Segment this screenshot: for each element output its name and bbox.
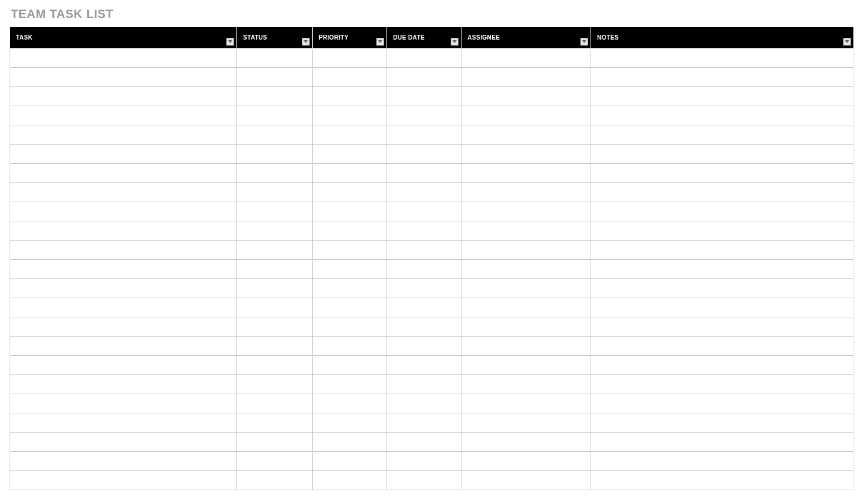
- cell-assignee[interactable]: [462, 164, 591, 183]
- cell-status[interactable]: [237, 413, 313, 433]
- cell-task[interactable]: [10, 221, 237, 241]
- cell-notes[interactable]: [591, 279, 853, 298]
- cell-assignee[interactable]: [462, 413, 591, 433]
- cell-assignee[interactable]: [462, 202, 591, 221]
- cell-duedate[interactable]: [387, 164, 462, 183]
- cell-notes[interactable]: [591, 433, 853, 452]
- cell-notes[interactable]: [591, 241, 853, 260]
- cell-status[interactable]: [237, 260, 313, 279]
- cell-assignee[interactable]: [462, 337, 591, 356]
- filter-dropdown-icon[interactable]: [843, 38, 851, 46]
- cell-status[interactable]: [237, 298, 313, 317]
- cell-assignee[interactable]: [462, 241, 591, 260]
- cell-task[interactable]: [10, 413, 237, 433]
- cell-priority[interactable]: [313, 164, 387, 183]
- cell-task[interactable]: [10, 452, 237, 471]
- cell-priority[interactable]: [313, 68, 387, 87]
- cell-status[interactable]: [237, 394, 313, 413]
- column-header-status[interactable]: STATUS: [237, 27, 313, 49]
- cell-duedate[interactable]: [387, 279, 462, 298]
- cell-notes[interactable]: [591, 145, 853, 164]
- cell-notes[interactable]: [591, 202, 853, 221]
- column-header-task[interactable]: TASK: [10, 27, 237, 49]
- cell-priority[interactable]: [313, 317, 387, 337]
- cell-duedate[interactable]: [387, 413, 462, 433]
- column-header-assignee[interactable]: ASSIGNEE: [462, 27, 591, 49]
- cell-notes[interactable]: [591, 394, 853, 413]
- cell-task[interactable]: [10, 125, 237, 145]
- cell-status[interactable]: [237, 241, 313, 260]
- cell-duedate[interactable]: [387, 125, 462, 145]
- cell-status[interactable]: [237, 68, 313, 87]
- cell-priority[interactable]: [313, 452, 387, 471]
- cell-duedate[interactable]: [387, 298, 462, 317]
- cell-notes[interactable]: [591, 471, 853, 490]
- cell-priority[interactable]: [313, 471, 387, 490]
- cell-notes[interactable]: [591, 49, 853, 68]
- cell-assignee[interactable]: [462, 394, 591, 413]
- cell-priority[interactable]: [313, 375, 387, 394]
- cell-priority[interactable]: [313, 87, 387, 106]
- cell-status[interactable]: [237, 183, 313, 202]
- cell-task[interactable]: [10, 183, 237, 202]
- cell-notes[interactable]: [591, 337, 853, 356]
- cell-duedate[interactable]: [387, 68, 462, 87]
- cell-task[interactable]: [10, 164, 237, 183]
- cell-assignee[interactable]: [462, 375, 591, 394]
- cell-priority[interactable]: [313, 145, 387, 164]
- cell-priority[interactable]: [313, 356, 387, 375]
- cell-task[interactable]: [10, 68, 237, 87]
- cell-status[interactable]: [237, 279, 313, 298]
- cell-assignee[interactable]: [462, 87, 591, 106]
- cell-task[interactable]: [10, 145, 237, 164]
- cell-duedate[interactable]: [387, 241, 462, 260]
- cell-status[interactable]: [237, 125, 313, 145]
- cell-task[interactable]: [10, 49, 237, 68]
- cell-assignee[interactable]: [462, 106, 591, 125]
- cell-duedate[interactable]: [387, 337, 462, 356]
- cell-duedate[interactable]: [387, 49, 462, 68]
- cell-priority[interactable]: [313, 394, 387, 413]
- cell-priority[interactable]: [313, 183, 387, 202]
- cell-notes[interactable]: [591, 125, 853, 145]
- cell-status[interactable]: [237, 87, 313, 106]
- cell-task[interactable]: [10, 337, 237, 356]
- cell-duedate[interactable]: [387, 106, 462, 125]
- cell-assignee[interactable]: [462, 145, 591, 164]
- cell-task[interactable]: [10, 375, 237, 394]
- column-header-notes[interactable]: NOTES: [591, 27, 853, 49]
- cell-task[interactable]: [10, 317, 237, 337]
- cell-priority[interactable]: [313, 260, 387, 279]
- cell-status[interactable]: [237, 471, 313, 490]
- cell-task[interactable]: [10, 241, 237, 260]
- cell-status[interactable]: [237, 317, 313, 337]
- filter-dropdown-icon[interactable]: [226, 38, 234, 46]
- cell-duedate[interactable]: [387, 356, 462, 375]
- filter-dropdown-icon[interactable]: [580, 38, 588, 46]
- cell-assignee[interactable]: [462, 317, 591, 337]
- filter-dropdown-icon[interactable]: [302, 38, 310, 46]
- cell-duedate[interactable]: [387, 87, 462, 106]
- cell-status[interactable]: [237, 375, 313, 394]
- cell-priority[interactable]: [313, 279, 387, 298]
- filter-dropdown-icon[interactable]: [376, 38, 384, 46]
- cell-assignee[interactable]: [462, 298, 591, 317]
- cell-duedate[interactable]: [387, 452, 462, 471]
- cell-duedate[interactable]: [387, 375, 462, 394]
- cell-assignee[interactable]: [462, 452, 591, 471]
- cell-duedate[interactable]: [387, 394, 462, 413]
- cell-status[interactable]: [237, 337, 313, 356]
- cell-notes[interactable]: [591, 87, 853, 106]
- cell-status[interactable]: [237, 221, 313, 241]
- cell-assignee[interactable]: [462, 221, 591, 241]
- cell-assignee[interactable]: [462, 125, 591, 145]
- filter-dropdown-icon[interactable]: [451, 38, 459, 46]
- cell-notes[interactable]: [591, 164, 853, 183]
- cell-assignee[interactable]: [462, 49, 591, 68]
- cell-priority[interactable]: [313, 221, 387, 241]
- cell-priority[interactable]: [313, 49, 387, 68]
- cell-duedate[interactable]: [387, 183, 462, 202]
- cell-notes[interactable]: [591, 317, 853, 337]
- cell-notes[interactable]: [591, 356, 853, 375]
- cell-notes[interactable]: [591, 68, 853, 87]
